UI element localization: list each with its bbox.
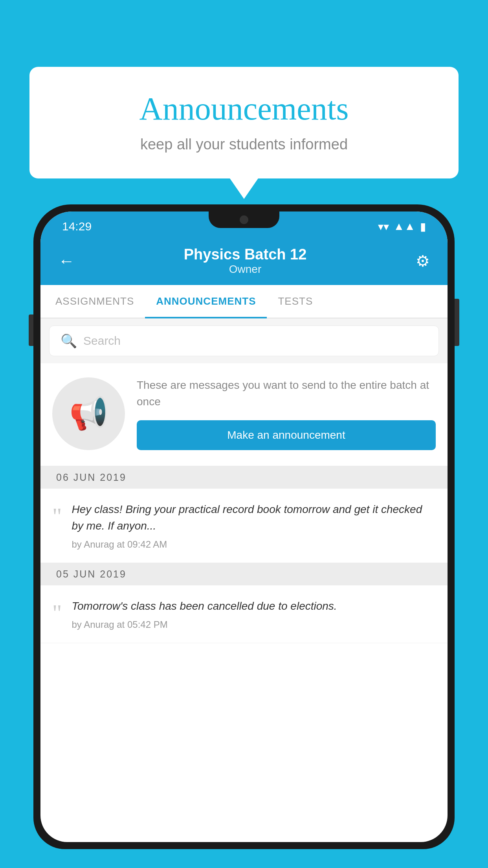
announcement-content-1: Hey class! Bring your practical record b…	[72, 501, 436, 550]
announcement-content-2: Tomorrow's class has been cancelled due …	[72, 598, 436, 630]
search-placeholder: Search	[83, 334, 121, 348]
tab-bar: ASSIGNMENTS ANNOUNCEMENTS TESTS	[40, 285, 448, 318]
announcement-item-2[interactable]: " Tomorrow's class has been cancelled du…	[40, 585, 448, 643]
bubble-subtitle: keep all your students informed	[61, 136, 427, 153]
header-title-block: Physics Batch 12 Owner	[184, 246, 307, 276]
batch-role: Owner	[184, 263, 307, 276]
phone-frame: 14:29 ▾▾ ▲▲ ▮ ← Physics Batch 12 Owner ⚙	[33, 204, 455, 868]
phone-outer: 14:29 ▾▾ ▲▲ ▮ ← Physics Batch 12 Owner ⚙	[33, 204, 455, 849]
announcement-meta-2: by Anurag at 05:42 PM	[72, 619, 436, 630]
phone-volume-button	[29, 314, 33, 346]
search-container: 🔍 Search	[40, 318, 448, 363]
date-separator-2: 05 JUN 2019	[40, 563, 448, 585]
app-header: ← Physics Batch 12 Owner ⚙	[40, 238, 448, 285]
phone-screen: 14:29 ▾▾ ▲▲ ▮ ← Physics Batch 12 Owner ⚙	[40, 211, 448, 842]
promo-description: These are messages you want to send to t…	[137, 377, 436, 410]
make-announcement-button[interactable]: Make an announcement	[137, 420, 436, 450]
megaphone-icon: 📢	[69, 395, 108, 432]
announcement-text-1: Hey class! Bring your practical record b…	[72, 501, 436, 534]
status-icons: ▾▾ ▲▲ ▮	[378, 220, 426, 233]
promo-content: These are messages you want to send to t…	[137, 377, 436, 450]
phone-power-button	[455, 299, 459, 346]
speech-bubble: Announcements keep all your students inf…	[29, 67, 459, 178]
tab-tests[interactable]: TESTS	[267, 285, 324, 318]
battery-icon: ▮	[420, 220, 426, 233]
signal-icon: ▲▲	[394, 220, 415, 233]
speech-bubble-container: Announcements keep all your students inf…	[29, 67, 459, 178]
promo-icon-circle: 📢	[52, 377, 125, 450]
tab-announcements[interactable]: ANNOUNCEMENTS	[145, 285, 267, 318]
back-button[interactable]: ←	[58, 252, 75, 270]
quote-icon-2: "	[52, 601, 62, 625]
tab-assignments[interactable]: ASSIGNMENTS	[44, 285, 145, 318]
promo-block: 📢 These are messages you want to send to…	[40, 363, 448, 466]
search-icon: 🔍	[61, 333, 77, 349]
status-time: 14:29	[62, 220, 92, 233]
quote-icon-1: "	[52, 504, 62, 528]
batch-title: Physics Batch 12	[184, 246, 307, 263]
announcement-item-1[interactable]: " Hey class! Bring your practical record…	[40, 489, 448, 563]
date-separator-1: 06 JUN 2019	[40, 466, 448, 489]
announcement-text-2: Tomorrow's class has been cancelled due …	[72, 598, 436, 614]
phone-camera	[240, 215, 248, 224]
search-bar[interactable]: 🔍 Search	[49, 326, 439, 356]
wifi-icon: ▾▾	[378, 220, 389, 233]
settings-icon[interactable]: ⚙	[416, 252, 430, 270]
phone-notch	[209, 211, 279, 228]
announcement-meta-1: by Anurag at 09:42 AM	[72, 539, 436, 550]
bubble-title: Announcements	[61, 90, 427, 127]
